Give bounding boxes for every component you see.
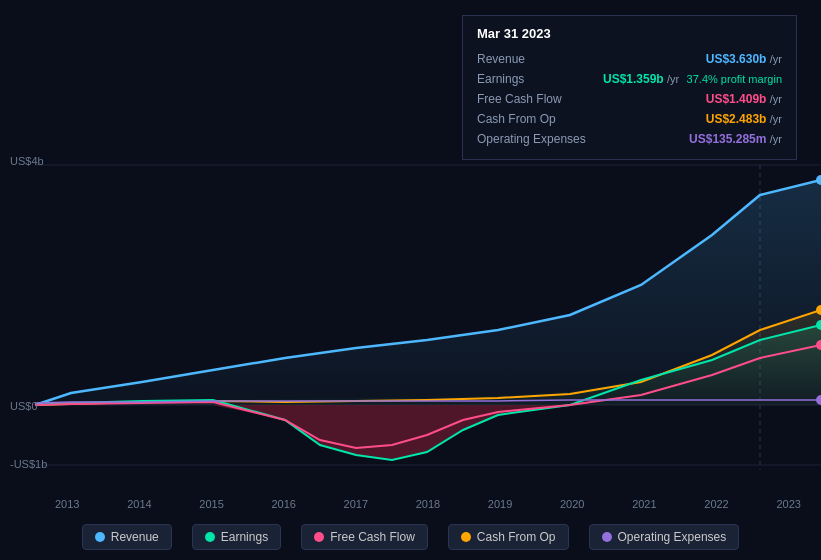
tooltip-cfo-value: US$2.483b [706, 112, 767, 126]
tooltip-fcf-label: Free Cash Flow [477, 92, 562, 106]
legend-label-cfo: Cash From Op [477, 530, 556, 544]
legend-label-revenue: Revenue [111, 530, 159, 544]
legend-item-earnings[interactable]: Earnings [192, 524, 281, 550]
x-label-2017: 2017 [344, 498, 368, 510]
tooltip-revenue-unit: /yr [770, 53, 782, 65]
tooltip-earnings-label: Earnings [477, 72, 524, 86]
profit-margin-badge: 37.4% profit margin [687, 73, 782, 85]
x-axis-labels: 2013 2014 2015 2016 2017 2018 2019 2020 … [20, 498, 821, 510]
tooltip-opex-value: US$135.285m [689, 132, 766, 146]
tooltip-row-revenue: Revenue US$3.630b /yr [477, 49, 782, 69]
legend-dot-cfo [461, 532, 471, 542]
x-label-2020: 2020 [560, 498, 584, 510]
x-label-2013: 2013 [55, 498, 79, 510]
tooltip-revenue-label: Revenue [477, 52, 525, 66]
x-label-2015: 2015 [199, 498, 223, 510]
tooltip-box: Mar 31 2023 Revenue US$3.630b /yr Earnin… [462, 15, 797, 160]
legend-dot-opex [602, 532, 612, 542]
legend-label-fcf: Free Cash Flow [330, 530, 415, 544]
tooltip-row-earnings: Earnings US$1.359b /yr 37.4% profit marg… [477, 69, 782, 89]
legend-dot-revenue [95, 532, 105, 542]
tooltip-opex-label: Operating Expenses [477, 132, 586, 146]
tooltip-row-cfo: Cash From Op US$2.483b /yr [477, 109, 782, 129]
tooltip-row-fcf: Free Cash Flow US$1.409b /yr [477, 89, 782, 109]
y-label-top: US$4b [10, 155, 44, 167]
x-label-2016: 2016 [271, 498, 295, 510]
tooltip-revenue-value: US$3.630b [706, 52, 767, 66]
legend-label-earnings: Earnings [221, 530, 268, 544]
legend-dot-fcf [314, 532, 324, 542]
tooltip-earnings-value: US$1.359b [603, 72, 664, 86]
tooltip-fcf-unit: /yr [770, 93, 782, 105]
tooltip-fcf-value: US$1.409b [706, 92, 767, 106]
y-label-mid: US$0 [10, 400, 38, 412]
tooltip-cfo-label: Cash From Op [477, 112, 556, 126]
x-label-2023: 2023 [776, 498, 800, 510]
x-label-2022: 2022 [704, 498, 728, 510]
tooltip-date: Mar 31 2023 [477, 26, 782, 41]
legend-item-cfo[interactable]: Cash From Op [448, 524, 569, 550]
tooltip-cfo-unit: /yr [770, 113, 782, 125]
tooltip-opex-unit: /yr [770, 133, 782, 145]
y-label-bottom: -US$1b [10, 458, 47, 470]
legend-dot-earnings [205, 532, 215, 542]
x-label-2018: 2018 [416, 498, 440, 510]
legend-item-revenue[interactable]: Revenue [82, 524, 172, 550]
x-label-2019: 2019 [488, 498, 512, 510]
legend-item-opex[interactable]: Operating Expenses [589, 524, 740, 550]
chart-legend: Revenue Earnings Free Cash Flow Cash Fro… [0, 524, 821, 550]
legend-label-opex: Operating Expenses [618, 530, 727, 544]
x-label-2014: 2014 [127, 498, 151, 510]
legend-item-fcf[interactable]: Free Cash Flow [301, 524, 428, 550]
tooltip-earnings-unit: /yr [667, 73, 679, 85]
tooltip-row-opex: Operating Expenses US$135.285m /yr [477, 129, 782, 149]
chart-container: US$4b US$0 -US$1b 2013 2014 2015 2016 20… [0, 0, 821, 560]
x-label-2021: 2021 [632, 498, 656, 510]
